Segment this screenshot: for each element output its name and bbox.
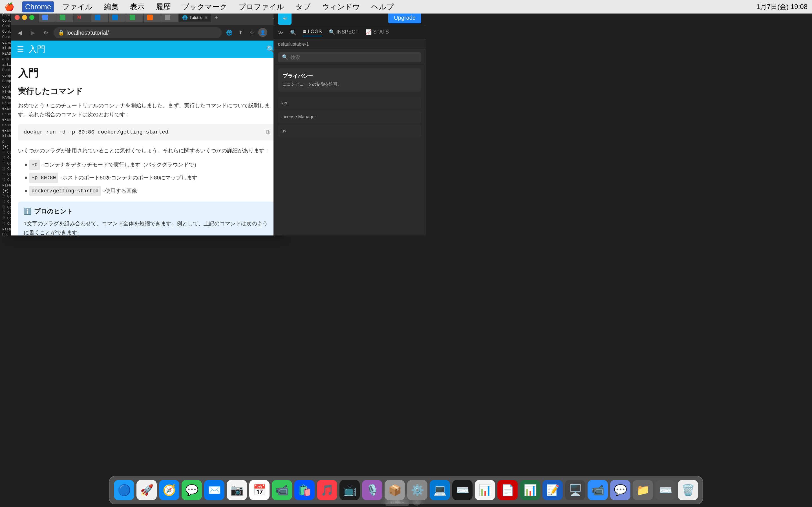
tab-8[interactable] xyxy=(161,13,178,22)
docker-tag: default:stable-1 xyxy=(278,42,309,47)
apple-menu[interactable]: 🍎 xyxy=(4,2,14,11)
dock-safari[interactable]: 🧭 xyxy=(159,480,179,500)
menubar-datetime: 1月7日(金) 19:08 xyxy=(756,2,808,11)
tutorial-body[interactable]: 入門 実行したコマンド おめでとう！このチュートリアルのコンテナを開始しました。… xyxy=(11,58,282,235)
close-button[interactable] xyxy=(15,15,20,20)
dock-excel[interactable]: 📊 xyxy=(520,480,540,500)
reload-button[interactable]: ↻ xyxy=(41,27,51,38)
inspect-label: INSPECT xyxy=(337,29,359,35)
chrome-tabs: M 🌐 Tutorial ✕ + xyxy=(39,13,266,22)
search-placeholder: 検索 xyxy=(290,54,300,61)
dock-zoom[interactable]: 📹 xyxy=(588,480,608,500)
dock-podcasts[interactable]: 🎙️ xyxy=(362,480,382,500)
hamburger-icon[interactable]: ☰ xyxy=(17,45,24,54)
profile-button[interactable]: 👤 xyxy=(258,28,267,37)
dock-vscode[interactable]: 💻 xyxy=(430,480,450,500)
maximize-button[interactable] xyxy=(29,15,35,20)
dock-photos[interactable]: 📷 xyxy=(227,480,247,500)
flag1-code: -d xyxy=(29,160,40,170)
tab-4[interactable] xyxy=(91,13,108,22)
flags-list: -d -コンテナをデタッチモードで実行します（バックグラウンドで） -p 80:… xyxy=(25,160,275,196)
bookmark-button[interactable]: ☆ xyxy=(247,28,257,38)
tab-favicon-4 xyxy=(95,15,100,20)
docker-item-3[interactable]: us xyxy=(278,125,421,137)
privacy-text: にコンピュータの制御を許可。 xyxy=(283,82,417,87)
menu-help[interactable]: ヘルプ xyxy=(368,1,397,13)
bullet-dot-2 xyxy=(25,177,27,179)
minimize-button[interactable] xyxy=(22,15,27,20)
dock-trash[interactable]: 🗑️ xyxy=(678,480,698,500)
back-button[interactable]: ◀ xyxy=(15,27,25,38)
menu-view[interactable]: 表示 xyxy=(127,1,147,13)
dock-appstore[interactable]: 🛍️ xyxy=(294,480,315,500)
address-actions: 🌐 ⬆ ☆ 👤 ⋮ xyxy=(224,28,278,38)
search-nav-button[interactable]: 🔍 xyxy=(290,30,296,36)
menu-history[interactable]: 履歴 xyxy=(153,1,173,13)
dock-keyboard[interactable]: ⌨️ xyxy=(655,480,675,500)
dock-word[interactable]: 📝 xyxy=(543,480,563,500)
docker-search-input[interactable]: 🔍 検索 xyxy=(278,52,421,62)
dock-tv[interactable]: 📺 xyxy=(340,480,360,500)
docker-item-1[interactable]: ver xyxy=(278,97,421,109)
dock-messages[interactable]: 💬 xyxy=(182,480,202,500)
dock-finder[interactable]: 🔵 xyxy=(114,480,134,500)
tab-1[interactable] xyxy=(39,13,56,22)
inspect-nav-item[interactable]: 🔍 INSPECT xyxy=(329,29,359,36)
translate-button[interactable]: 🌐 xyxy=(224,28,234,38)
command-box-1: docker run -d -p 80:80 docker/getting-st… xyxy=(18,124,275,140)
menu-chrome[interactable]: Chrome xyxy=(22,1,54,12)
tab-favicon-3: M xyxy=(77,15,81,20)
docker-whale-icon: 🐳 xyxy=(283,16,287,20)
dock-unknown[interactable]: 📁 xyxy=(633,480,653,500)
menu-edit[interactable]: 編集 xyxy=(101,1,121,13)
upgrade-button[interactable]: Upgrade xyxy=(388,12,421,23)
flag-item-3: docker/getting-started -使用する画像 xyxy=(25,186,275,196)
dock-discord[interactable]: 💬 xyxy=(610,480,630,500)
stats-icon: 📈 xyxy=(365,29,371,35)
dock-launchpad[interactable]: 🚀 xyxy=(137,480,157,500)
inspect-icon: 🔍 xyxy=(329,29,335,35)
dock-iterm[interactable]: 🖥️ xyxy=(565,480,585,500)
dock-appinst[interactable]: 📦 xyxy=(385,480,405,500)
tab-title-active: Tutorial xyxy=(190,15,202,20)
tab-9-active[interactable]: 🌐 Tutorial ✕ xyxy=(179,13,211,22)
menu-window[interactable]: ウィンドウ xyxy=(319,1,363,13)
dock-calendar[interactable]: 📅 xyxy=(249,480,269,500)
new-tab-button[interactable]: + xyxy=(212,13,221,22)
expand-button[interactable]: ≫ xyxy=(278,30,283,36)
tab-2[interactable] xyxy=(56,13,73,22)
tab-favicon-7 xyxy=(147,15,153,20)
tab-5[interactable] xyxy=(109,13,126,22)
dock-acrobat[interactable]: 📄 xyxy=(497,480,518,500)
logs-label: LOGS xyxy=(308,29,322,35)
menu-profile[interactable]: プロファイル xyxy=(236,1,287,13)
docker-item-2[interactable]: License Manager xyxy=(278,111,421,123)
menu-tab[interactable]: タブ xyxy=(293,1,313,13)
docker-items-panel: ver License Manager us xyxy=(273,94,426,141)
hint-box: ℹ️ プロのヒント 1文字のフラグを組み合わせて、コマンド全体を短縮できます。例… xyxy=(18,202,275,235)
menu-file[interactable]: ファイル xyxy=(59,1,96,13)
hint-title: プロのヒント xyxy=(34,207,73,216)
dock-facetime[interactable]: 📹 xyxy=(272,480,292,500)
tab-close-icon[interactable]: ✕ xyxy=(204,15,208,20)
search-nav-icon: 🔍 xyxy=(290,30,296,36)
copy-icon-1[interactable]: ⧉ xyxy=(266,129,269,135)
forward-button[interactable]: ▶ xyxy=(28,27,38,38)
menu-bookmarks[interactable]: ブックマーク xyxy=(179,1,230,13)
tab-7[interactable] xyxy=(144,13,161,22)
address-bar[interactable]: 🔒 localhost/tutorial/ xyxy=(54,27,221,38)
tab-6[interactable] xyxy=(126,13,143,22)
dock-music[interactable]: 🎵 xyxy=(317,480,337,500)
logs-nav-item[interactable]: ≡ LOGS xyxy=(303,29,322,36)
dock-terminal[interactable]: ⌨️ xyxy=(452,480,472,500)
flag2-text: -ホストのポート80をコンテナのポート80にマップします xyxy=(60,173,197,182)
tab-3[interactable]: M xyxy=(74,13,91,22)
tutorial-header: ☰ 入門 🔍 xyxy=(11,41,282,58)
docker-item-2-text: License Manager xyxy=(282,114,316,119)
privacy-title: プライバシー xyxy=(283,73,417,79)
dock-activity[interactable]: 📊 xyxy=(475,480,495,500)
stats-nav-item[interactable]: 📈 STATS xyxy=(365,29,389,36)
share-button[interactable]: ⬆ xyxy=(236,28,245,38)
dock-settings[interactable]: ⚙️ xyxy=(407,480,427,500)
dock-mail[interactable]: ✉️ xyxy=(204,480,224,500)
